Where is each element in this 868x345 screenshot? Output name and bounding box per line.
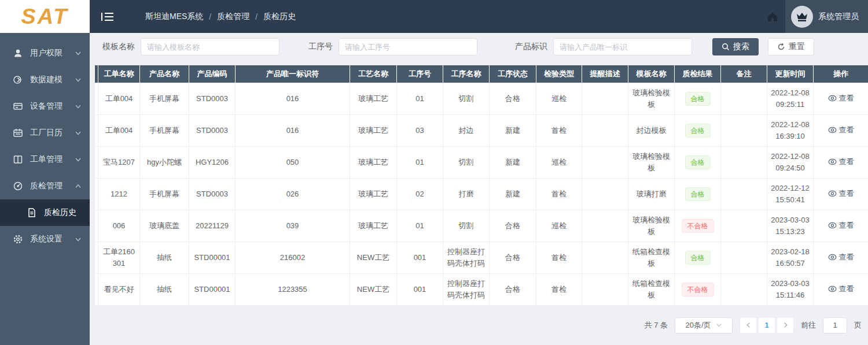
page-number-button[interactable]: 1 bbox=[758, 317, 775, 333]
sidebar-item-label: 系统设置 bbox=[30, 234, 75, 244]
cell-updated: 2022-12-08 09:24:50 bbox=[767, 146, 814, 178]
page-suffix-label: 页 bbox=[854, 320, 862, 331]
cell-step-status: 新建 bbox=[490, 114, 536, 146]
cell-product-code: STD0003 bbox=[189, 83, 236, 114]
cell-step-name: 切割 bbox=[443, 83, 490, 114]
gauge-icon bbox=[13, 181, 23, 191]
chevron-down-icon bbox=[716, 322, 722, 328]
cell-qc-result: 合格 bbox=[675, 178, 721, 210]
chevron-down-icon bbox=[75, 103, 82, 110]
cell-step-no: 03 bbox=[397, 114, 443, 146]
cell-product-uid: 039 bbox=[236, 210, 350, 242]
cell-remark bbox=[721, 210, 767, 242]
cell-product-code: STD0003 bbox=[189, 114, 236, 146]
search-button[interactable]: 搜索 bbox=[712, 38, 759, 55]
cell-product-name: 手机屏幕 bbox=[140, 178, 189, 210]
table-row: 工单004 手机屏幕 STD0003 016 玻璃工艺 03 封边 新建 首检 … bbox=[95, 114, 868, 146]
home-icon bbox=[767, 11, 778, 23]
sidebar-item-label: 质检管理 bbox=[30, 181, 75, 191]
cell-process-name: 玻璃工艺 bbox=[350, 178, 397, 210]
next-page-button[interactable] bbox=[777, 317, 794, 333]
eye-icon bbox=[828, 222, 837, 229]
cell-remark bbox=[721, 273, 767, 305]
cell-remark bbox=[721, 242, 767, 273]
product-id-input[interactable] bbox=[553, 38, 692, 55]
sidebar-item-qc-management[interactable]: 质检管理 bbox=[0, 173, 90, 199]
sidebar-item-data-modeling[interactable]: 数据建模 bbox=[0, 66, 90, 93]
cell-remind-desc bbox=[582, 178, 628, 210]
cell-work-order: 工单004 bbox=[98, 114, 140, 146]
goto-page-input[interactable] bbox=[823, 317, 847, 333]
cell-process-name: 玻璃工艺 bbox=[350, 83, 397, 114]
view-link[interactable]: 查看 bbox=[828, 156, 854, 168]
cell-updated: 2023-02-18 16:50:57 bbox=[767, 242, 814, 273]
chevron-right-icon bbox=[782, 322, 789, 328]
cell-remind-desc bbox=[582, 210, 628, 242]
view-link[interactable]: 查看 bbox=[828, 124, 854, 136]
cell-product-uid: 1223355 bbox=[236, 273, 350, 305]
cell-template-name: 玻璃打磨 bbox=[628, 178, 675, 210]
breadcrumb-item-qc[interactable]: 质检管理 bbox=[217, 12, 249, 22]
sidebar-item-label: 工厂日历 bbox=[30, 128, 75, 138]
qc-result-tag: 合格 bbox=[685, 124, 711, 138]
cell-work-order: 看见不好 bbox=[98, 273, 140, 305]
chevron-down-icon bbox=[75, 156, 82, 163]
cell-qc-result: 合格 bbox=[675, 146, 721, 178]
cell-work-order: 006 bbox=[98, 210, 140, 242]
cell-work-order: 1212 bbox=[98, 178, 140, 210]
view-link-label: 查看 bbox=[839, 124, 854, 136]
sidebar-item-factory-calendar[interactable]: 工厂日历 bbox=[0, 120, 90, 146]
prev-page-button[interactable] bbox=[740, 317, 757, 333]
cell-template-name: 纸箱检查模板 bbox=[628, 242, 675, 273]
table-row: 006 玻璃底盖 20221129 039 玻璃工艺 01 切割 合格 巡检 玻… bbox=[95, 210, 868, 242]
sidebar-item-workorder-management[interactable]: 工单管理 bbox=[0, 146, 90, 173]
cell-remark bbox=[721, 83, 767, 114]
reset-button[interactable]: 重置 bbox=[768, 38, 814, 55]
col-work-order: 工单名称 bbox=[98, 65, 140, 83]
breadcrumb-item-history[interactable]: 质检历史 bbox=[263, 12, 296, 22]
cell-step-status: 新建 bbox=[490, 178, 536, 210]
cell-qc-result: 合格 bbox=[675, 242, 721, 273]
sidebar-item-system-settings[interactable]: 系统设置 bbox=[0, 226, 90, 253]
step-no-input[interactable] bbox=[339, 38, 477, 55]
view-link[interactable]: 查看 bbox=[828, 92, 854, 104]
cell-step-no: 001 bbox=[397, 273, 443, 305]
view-link[interactable]: 查看 bbox=[828, 251, 854, 263]
breadcrumb-separator: / bbox=[255, 12, 258, 21]
template-name-input[interactable] bbox=[141, 38, 279, 55]
cell-remind-desc bbox=[582, 83, 628, 114]
eye-icon bbox=[828, 285, 837, 292]
cell-remark bbox=[721, 178, 767, 210]
user-panel[interactable]: 系统管理员 bbox=[785, 0, 868, 33]
view-link-label: 查看 bbox=[839, 283, 854, 295]
cell-template-name: 封边模板 bbox=[628, 114, 675, 146]
cell-template-name: 玻璃检验模板 bbox=[628, 210, 675, 242]
view-link-label: 查看 bbox=[839, 188, 854, 199]
sidebar-item-user-permission[interactable]: 用户权限 bbox=[0, 40, 90, 66]
cell-inspect-type: 首检 bbox=[536, 178, 582, 210]
view-link[interactable]: 查看 bbox=[828, 283, 854, 295]
filter-label-template-name: 模板名称 bbox=[102, 42, 135, 52]
sidebar-item-label: 工单管理 bbox=[30, 154, 75, 165]
cell-product-uid: 216002 bbox=[236, 242, 350, 273]
view-link[interactable]: 查看 bbox=[828, 188, 854, 199]
sidebar-item-qc-history[interactable]: 质检历史 bbox=[0, 199, 90, 226]
user-icon bbox=[13, 48, 23, 58]
sidebar-collapse-icon[interactable] bbox=[101, 12, 114, 22]
cell-inspect-type: 巡检 bbox=[536, 146, 582, 178]
sidebar: 用户权限 数据建模 设备管理 bbox=[0, 33, 90, 345]
view-link[interactable]: 查看 bbox=[828, 220, 854, 231]
cell-inspect-type: 巡检 bbox=[536, 83, 582, 114]
chevron-left-icon bbox=[745, 322, 752, 328]
cell-product-uid: 016 bbox=[236, 83, 350, 114]
cell-inspect-type: 首检 bbox=[536, 273, 582, 305]
main-content: 模板名称 工序号 产品标识 搜索 重置 bbox=[90, 33, 868, 345]
page-size-select[interactable]: 20条/页 bbox=[675, 317, 733, 333]
breadcrumb-item-home[interactable]: 斯坦迪MES系统 bbox=[145, 12, 203, 22]
sidebar-item-device-management[interactable]: 设备管理 bbox=[0, 93, 90, 120]
cell-actions: 查看 bbox=[814, 146, 868, 178]
home-button[interactable] bbox=[760, 0, 785, 33]
cell-updated: 2022-12-08 16:39:10 bbox=[767, 114, 814, 146]
filter-bar: 模板名称 工序号 产品标识 搜索 重置 bbox=[94, 33, 868, 61]
qc-result-tag: 不合格 bbox=[682, 219, 714, 233]
